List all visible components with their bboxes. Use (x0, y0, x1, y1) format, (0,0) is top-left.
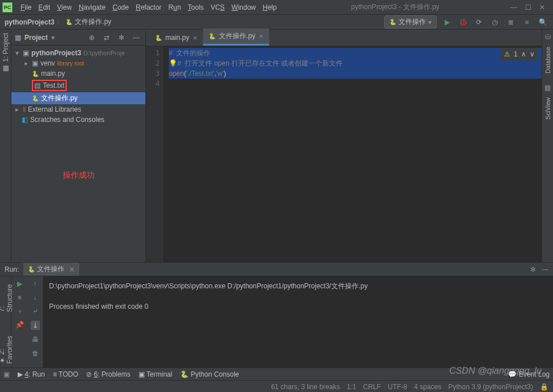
coverage-button[interactable]: ⟳ (473, 17, 485, 28)
show-toolbar-icon[interactable]: ▣ (3, 370, 10, 378)
expand-arrow-icon[interactable]: ▾ (14, 49, 21, 57)
sidebar-sciview-tab[interactable]: SciView (543, 94, 552, 123)
breadcrumb: pythonProject3 〉 🐍 文件操作.py (5, 17, 111, 27)
breadcrumb-root[interactable]: pythonProject3 (5, 18, 54, 26)
menu-vcs[interactable]: VCS (207, 2, 228, 13)
collapse-icon[interactable]: ⇄ (101, 32, 112, 43)
tree-fileop-py[interactable]: 🐍 文件操作.py (11, 92, 145, 104)
down-icon[interactable]: ↓ (34, 293, 37, 301)
tree-main-label: main.py (41, 70, 65, 77)
tree-venv[interactable]: ▸ ▣ venv library root (11, 58, 145, 68)
close-icon[interactable]: ✕ (539, 3, 545, 11)
status-eol[interactable]: CRLF (363, 383, 381, 391)
sidebar-project-tab[interactable]: ▦ 1: Project (1, 30, 11, 77)
close-tab-icon[interactable]: ✕ (259, 33, 263, 39)
status-pos[interactable]: 1:1 (347, 383, 356, 391)
tree-external-libs[interactable]: ▸ ⫴ External Libraries (11, 104, 145, 115)
database-icon[interactable]: ⛁ (545, 33, 551, 41)
minimize-icon[interactable]: — (510, 3, 517, 11)
menu-tools[interactable]: Tools (184, 2, 207, 13)
print-icon[interactable]: 🖶 (32, 336, 39, 344)
code-line-1: # 文件的操作 (169, 49, 210, 57)
bottom-problems-tab[interactable]: ⊘ 6: Problems (86, 370, 130, 378)
close-tab-icon[interactable]: ✕ (193, 35, 197, 41)
locate-icon[interactable]: ⊕ (86, 32, 97, 43)
text-file-icon: ▤ (34, 81, 40, 89)
run-button[interactable]: ▶ (441, 17, 453, 28)
debug-button[interactable]: 🐞 (457, 17, 469, 28)
code-editor[interactable]: # 文件的操作 💡# 打开文件 open 打开已存在文件 或者创建一个新文件 o… (163, 46, 542, 262)
settings-icon[interactable]: ✻ (116, 32, 127, 43)
status-enc[interactable]: UTF-8 (388, 383, 407, 391)
menu-help[interactable]: Help (259, 2, 280, 13)
run-config-dropdown[interactable]: 🐍 文件操作 ▾ (384, 15, 437, 28)
search-button[interactable]: 🔍 (537, 17, 548, 28)
stop-button[interactable]: ■ (17, 293, 21, 301)
lock-icon[interactable]: 🔒 (540, 383, 548, 391)
collapse-arrow-icon[interactable]: ▸ (23, 59, 30, 67)
softwrap-icon[interactable]: ⤶ (32, 307, 38, 315)
next-highlight-icon[interactable]: ∨ (530, 49, 535, 59)
tree-root-label: pythonProject3 (31, 49, 81, 57)
scroll-end-icon[interactable]: ⤓ (31, 321, 40, 330)
rerun-button[interactable]: ▶ (17, 280, 22, 288)
tree-root[interactable]: ▾ ▣ pythonProject3 D:\pythonProje (11, 48, 145, 58)
code-line-3: open('./Test.txt','w') (169, 68, 542, 79)
hide-panel-icon[interactable]: — (542, 266, 548, 273)
menu-file[interactable]: FFileile (17, 2, 35, 13)
code-line-2: # 打开文件 open 打开已存在文件 或者创建一个新文件 (177, 59, 343, 67)
bottom-todo-tab[interactable]: ≡ TODO (53, 370, 79, 378)
tree-venv-label: venv (40, 59, 55, 67)
sciview-icon[interactable]: ▦ (544, 84, 551, 92)
menu-run[interactable]: Run (165, 2, 184, 13)
run-tab[interactable]: 🐍 文件操作 ✕ (23, 263, 79, 276)
inspection-badge[interactable]: ⚠ 1 ∧ ∨ (501, 48, 538, 60)
chevron-down-icon[interactable]: ▾ (51, 34, 55, 42)
app-logo: PC (2, 2, 13, 13)
python-icon: 🐍 (389, 19, 396, 25)
tab-main-py[interactable]: 🐍 main.py ✕ (149, 31, 203, 46)
tree-scratches[interactable]: ◧ Scratches and Consoles (11, 115, 145, 125)
stop-button[interactable]: ■ (521, 17, 532, 28)
sidebar-favorites-tab[interactable]: ★ 2: Favorites (0, 320, 15, 368)
layout-button[interactable]: ⫞ (18, 307, 21, 315)
pin-button[interactable]: 📌 (15, 321, 24, 329)
tree-main-py[interactable]: 🐍 main.py (11, 68, 145, 79)
menu-navigate[interactable]: Navigate (75, 2, 109, 13)
chevron-down-icon: ▾ (428, 18, 432, 26)
console-output[interactable]: D:\pythonProject1\pythonProject3\venv\Sc… (43, 276, 553, 368)
python-file-icon: 🐍 (209, 33, 215, 39)
close-tab-icon[interactable]: ✕ (69, 266, 75, 273)
settings-icon[interactable]: ✻ (530, 266, 536, 273)
collapse-arrow-icon[interactable]: ▸ (14, 105, 21, 113)
breadcrumb-file[interactable]: 文件操作.py (75, 17, 111, 27)
python-file-icon: 🐍 (155, 35, 162, 41)
intention-bulb-icon[interactable]: 💡 (169, 59, 177, 67)
bottom-terminal-tab[interactable]: ▣ Terminal (139, 370, 172, 378)
tree-venv-hint: library root (57, 60, 84, 67)
bottom-pyconsole-tab[interactable]: 🐍 Python Console (180, 370, 239, 378)
chevron-right-icon: 〉 (56, 17, 63, 27)
tab-fileop-py[interactable]: 🐍 文件操作.py ✕ (203, 28, 269, 46)
tree-test-txt[interactable]: ▤ Test.txt (11, 79, 145, 92)
menu-window[interactable]: Window (228, 2, 259, 13)
menu-refactor[interactable]: Refactor (132, 2, 165, 13)
sidebar-structure-tab[interactable]: 7: Structure (0, 276, 15, 315)
attach-button[interactable]: ≣ (505, 17, 517, 28)
project-panel-title[interactable]: Project (25, 34, 48, 42)
status-indent[interactable]: 4 spaces (414, 383, 441, 391)
sidebar-database-tab[interactable]: Database (543, 43, 552, 77)
menu-edit[interactable]: Edit (35, 2, 54, 13)
project-view-icon: ▦ (15, 34, 21, 42)
console-line-1: D:\pythonProject1\pythonProject3\venv\Sc… (49, 282, 368, 290)
profile-button[interactable]: ◷ (489, 17, 501, 28)
bottom-run-tab[interactable]: ▶ 4: Run (18, 370, 45, 378)
menu-view[interactable]: View (54, 2, 75, 13)
up-icon[interactable]: ↑ (34, 280, 37, 288)
menu-code[interactable]: Code (109, 2, 132, 13)
hide-icon[interactable]: — (131, 32, 142, 43)
status-python[interactable]: Python 3.9 (pythonProject3) (448, 383, 533, 391)
maximize-icon[interactable]: ☐ (525, 3, 531, 11)
trash-icon[interactable]: 🗑 (32, 349, 39, 357)
prev-highlight-icon[interactable]: ∧ (521, 49, 526, 59)
